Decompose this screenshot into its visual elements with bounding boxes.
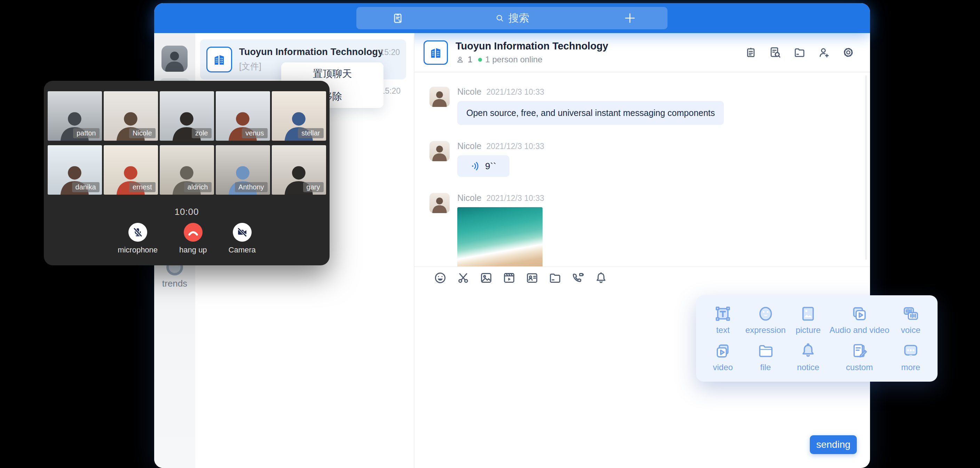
screenshot-button[interactable] — [456, 271, 470, 285]
online-status: 1 person online — [485, 55, 542, 64]
message-voice: Nicole 2021/12/3 10:33 9`` — [430, 141, 870, 177]
video-call-overlay: pattonNicolezolevenusstellardanikaernest… — [44, 81, 329, 265]
sender-name: Nicole — [457, 87, 481, 97]
search-icon — [495, 13, 505, 23]
participant-name: aldrich — [184, 182, 212, 192]
panel-item-label: more — [901, 363, 920, 372]
video-tile: stellar — [272, 91, 326, 141]
panel-item-label: video — [713, 363, 733, 372]
notification-button[interactable] — [594, 271, 608, 285]
hang-up-icon — [186, 226, 200, 239]
panel-item-label: custom — [846, 363, 873, 372]
top-bar: 搜索 — [154, 3, 870, 33]
folder-icon — [548, 271, 562, 285]
header-actions — [745, 46, 855, 59]
call-controls: microphone hang up Camera — [44, 223, 329, 254]
panel-item-more[interactable]: more — [889, 342, 932, 372]
search-field[interactable]: 搜索 — [356, 7, 668, 29]
panel-item-picture[interactable]: picture — [787, 304, 829, 335]
p-expression-icon — [756, 304, 775, 323]
beach-photo[interactable] — [457, 207, 542, 267]
participant-name: Nicole — [129, 128, 156, 138]
p-custom-icon — [850, 342, 869, 360]
building-icon — [428, 45, 443, 60]
microphone-muted-icon — [132, 226, 144, 238]
desktop: { "topbar": { "search_label": "搜索" }, "s… — [0, 0, 980, 468]
video-call-button[interactable] — [571, 271, 585, 285]
participant-name: danika — [72, 182, 100, 192]
avatar[interactable] — [430, 87, 450, 107]
participant-name: zole — [192, 128, 212, 138]
p-voice-icon — [901, 304, 920, 323]
participant-name: stellar — [298, 128, 323, 138]
avatar[interactable] — [430, 193, 450, 213]
camera-button[interactable] — [233, 223, 251, 242]
contact-card-button[interactable] — [525, 271, 539, 285]
microphone-button[interactable] — [129, 223, 147, 242]
chat-history-icon — [769, 46, 782, 59]
p-notice-icon — [799, 342, 818, 360]
participant-name: ernest — [129, 182, 156, 192]
message-timestamp: 2021/12/3 10:33 — [486, 193, 544, 203]
conversation-time: 15:20 — [380, 48, 400, 57]
voice-message-bubble[interactable]: 9`` — [457, 155, 509, 177]
participant-name: Anthony — [235, 182, 267, 192]
video-grid: pattonNicolezolevenusstellardanikaernest… — [47, 91, 326, 195]
video-clip-button[interactable] — [502, 271, 516, 285]
message-image: Nicole 2021/12/3 10:33 — [430, 193, 870, 267]
participant-name: gary — [303, 182, 324, 192]
add-member-button[interactable] — [818, 46, 830, 59]
panel-item-voice[interactable]: voice — [889, 304, 932, 335]
send-button[interactable]: sending — [810, 435, 857, 454]
panel-item-audio-and-video[interactable]: Audio and video — [829, 304, 889, 335]
video-tile: aldrich — [160, 145, 214, 195]
panel-item-expression[interactable]: expression — [744, 304, 786, 335]
scrollbar[interactable] — [865, 75, 867, 260]
folder-button[interactable] — [548, 271, 562, 285]
panel-item-file[interactable]: file — [744, 342, 786, 372]
file-folder-button[interactable] — [793, 46, 806, 59]
video-tile: venus — [216, 91, 270, 141]
panel-item-label: file — [760, 363, 771, 372]
panel-item-label: Audio and video — [829, 325, 889, 335]
panel-item-label: expression — [745, 325, 786, 335]
message-bubble: Open source, free, and universal instant… — [457, 101, 724, 125]
panel-item-text[interactable]: text — [702, 304, 744, 335]
panel-item-notice[interactable]: notice — [787, 342, 829, 372]
control-label: hang up — [179, 246, 207, 254]
emoji-button[interactable] — [433, 271, 447, 285]
chat-title: Tuoyun Information Technology — [455, 40, 608, 52]
p-av-icon — [850, 304, 869, 323]
settings-button[interactable] — [842, 46, 855, 59]
panel-item-label: text — [716, 325, 730, 335]
panel-item-video[interactable]: video — [702, 342, 744, 372]
voice-duration: 9`` — [485, 161, 496, 172]
chat-history-button[interactable] — [769, 46, 782, 59]
avatar[interactable] — [430, 141, 450, 161]
search-bar[interactable]: 搜索 — [356, 7, 668, 29]
video-tile: patton — [48, 91, 102, 141]
sender-name: Nicole — [457, 193, 481, 203]
chat-panel: Tuoyun Information Technology 1 1 person… — [414, 33, 870, 468]
control-label: Camera — [229, 246, 256, 254]
sender-name: Nicole — [457, 141, 481, 151]
hang-up-button[interactable] — [184, 223, 202, 242]
file-folder-icon — [793, 46, 806, 59]
settings-icon — [842, 46, 855, 59]
emoji-icon — [433, 271, 447, 285]
video-call-icon — [571, 271, 585, 285]
building-icon — [212, 52, 227, 67]
panel-item-custom[interactable]: custom — [829, 342, 889, 372]
participant-name: patton — [73, 128, 100, 138]
video-tile: danika — [48, 145, 102, 195]
message-text: Nicole 2021/12/3 10:33 Open source, free… — [430, 87, 870, 125]
picture-button[interactable] — [479, 271, 493, 285]
participant-name: venus — [242, 128, 267, 138]
user-avatar[interactable] — [161, 46, 188, 72]
group-avatar — [423, 40, 448, 65]
p-text-icon — [713, 304, 732, 323]
notice-board-icon — [745, 46, 757, 59]
attachment-panel: textexpressionpictureAudio and videovoic… — [696, 295, 937, 382]
add-icon[interactable] — [623, 11, 637, 25]
notice-board-button[interactable] — [745, 46, 757, 59]
